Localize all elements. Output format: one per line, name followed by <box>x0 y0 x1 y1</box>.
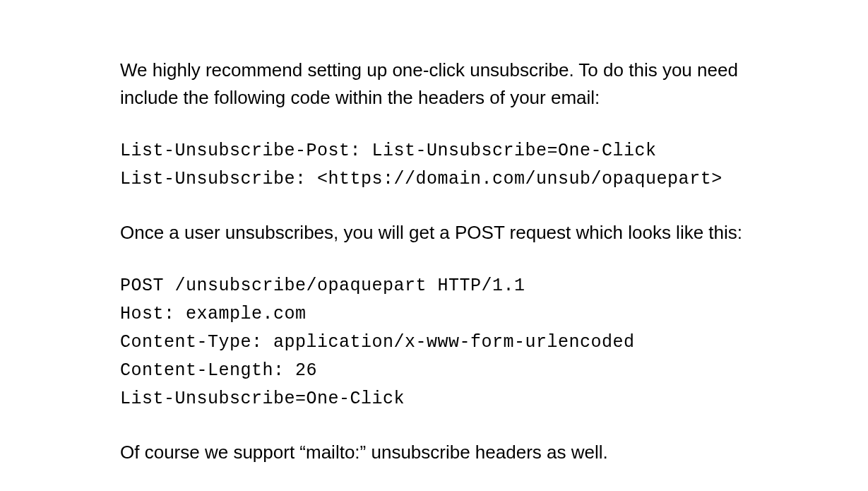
closing-paragraph: Of course we support “mailto:” unsubscri… <box>120 439 748 466</box>
intro-paragraph: We highly recommend setting up one-click… <box>120 57 748 112</box>
post-request-code: POST /unsubscribe/opaquepart HTTP/1.1 Ho… <box>120 272 748 413</box>
email-headers-code: List-Unsubscribe-Post: List-Unsubscribe=… <box>120 137 748 194</box>
after-headers-paragraph: Once a user unsubscribes, you will get a… <box>120 219 748 247</box>
